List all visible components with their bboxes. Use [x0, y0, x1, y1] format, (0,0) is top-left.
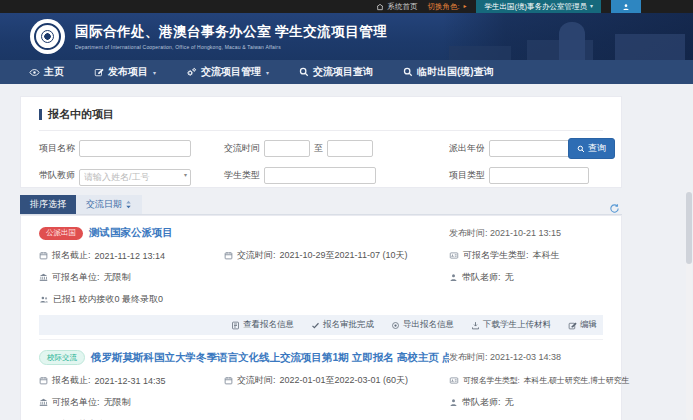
student-type-input[interactable] [264, 167, 376, 184]
project-type-label: 项目类型 [449, 169, 485, 182]
unit-field: 可报名单位:无限制 [39, 271, 224, 284]
search-icon [577, 145, 585, 153]
chevron-down-icon: ▾ [266, 69, 269, 76]
search-icon [403, 67, 413, 77]
section-title-row: 报名中的项目 [39, 97, 603, 131]
app-subtitle: Department of International Cooperation,… [75, 44, 387, 50]
lead-teacher-field: 带队老师:无 [449, 396, 603, 409]
project-item: 公派出国 测试国家公派项目 发布时间: 2021-10-21 13:15 报名截… [39, 216, 603, 335]
lead-teacher-label: 带队教师 [39, 169, 75, 182]
nav-item-home[interactable]: 主页 [14, 60, 79, 84]
edit-icon [94, 67, 104, 77]
screen: 系统首页 切换角色: 学生出国(境)事务办公室管理员 国际合作处、港澳台事务办公… [0, 0, 693, 420]
project-list: 公派出国 测试国家公派项目 发布时间: 2021-10-21 13:15 报名截… [20, 215, 622, 420]
user-icon [449, 273, 458, 282]
page-body: 报名中的项目 项目名称 交流时间 至 派出年份 [0, 84, 693, 420]
id-card-icon [449, 376, 459, 385]
project-item: 校际交流 俄罗斯莫斯科国立大学冬季语言文化线上交流项目第1期 立即报名 高校主页… [39, 339, 603, 420]
edit-icon [568, 321, 577, 330]
search-button-label: 查询 [588, 142, 606, 155]
project-title-link[interactable]: 测试国家公派项目 [89, 226, 173, 240]
enroll-counts: 已报1 校内接收0 最终录取0 [39, 293, 603, 306]
nav-item-publish-project[interactable]: 发布项目 ▾ [79, 60, 171, 84]
view-signup-info-link[interactable]: 查看报名信息 [231, 319, 294, 331]
search-icon [299, 67, 309, 77]
role-label: 学生出国(境)事务办公室管理员 [484, 0, 587, 13]
bank-icon [39, 398, 48, 407]
clipboard-icon [231, 321, 240, 330]
tab-label: 排序选择 [30, 198, 66, 211]
tab-sort-select[interactable]: 排序选择 [20, 195, 76, 214]
header-building-image [443, 13, 693, 60]
project-title-link[interactable]: 俄罗斯莫斯科国立大学冬季语言文化线上交流项目第1期 立即报名 高校主页 点击关注 [91, 351, 449, 365]
user-icon [622, 3, 630, 11]
publish-time: 发布时间: 2021-12-03 14:38 [449, 351, 603, 364]
depart-year-label: 派出年份 [449, 142, 485, 155]
deadline-field: 报名截止:2021-12-31 14:35 [39, 374, 224, 387]
user-menu-button[interactable] [611, 0, 641, 13]
edit-project-link[interactable]: 编辑 [568, 319, 597, 331]
system-home-link[interactable]: 系统首页 [376, 0, 417, 13]
section-accent-bar [39, 109, 42, 120]
eye-icon [29, 67, 40, 78]
approve-complete-link[interactable]: 报名审批完成 [311, 319, 374, 331]
system-home-label: 系统首页 [387, 0, 417, 13]
gears-icon [186, 67, 197, 78]
download-icon [471, 321, 480, 330]
nav-item-temp-abroad-search[interactable]: 临时出国(境)查询 [388, 60, 509, 84]
refresh-icon [609, 203, 620, 214]
chevron-down-icon: ▾ [153, 69, 156, 76]
users-icon [39, 295, 49, 304]
user-icon [449, 398, 458, 407]
scrollbar-thumb[interactable] [686, 192, 692, 264]
project-name-label: 项目名称 [39, 142, 75, 155]
refresh-button[interactable] [609, 203, 622, 214]
exchange-time-label: 交流时间 [224, 142, 260, 155]
calendar-icon [224, 251, 233, 260]
student-type-field: 可报名学生类型:本科生 [449, 249, 603, 262]
filter-panel: 报名中的项目 项目名称 交流时间 至 派出年份 [20, 96, 622, 188]
project-name-input[interactable] [79, 140, 191, 157]
bank-icon [39, 273, 48, 282]
unit-field: 可报名单位:无限制 [39, 396, 224, 409]
check-icon [311, 321, 320, 330]
download-materials-link[interactable]: 下载学生上传材料 [471, 319, 551, 331]
nav-item-exchange-project-search[interactable]: 交流项目查询 [284, 60, 388, 84]
exchange-period-field: 交流时间:2021-10-29至2021-11-07 (10天) [224, 249, 449, 262]
calendar-icon [39, 376, 48, 385]
nav-item-label: 临时出国(境)查询 [417, 65, 494, 79]
switch-role-label: 切换角色: [427, 0, 459, 13]
calendar-icon [224, 376, 233, 385]
date-range-to-label: 至 [314, 142, 323, 155]
nav-item-label: 交流项目管理 [201, 65, 261, 79]
sort-icon [125, 200, 132, 209]
project-type-input[interactable] [489, 167, 589, 184]
exchange-time-end-input[interactable] [327, 140, 373, 157]
search-button[interactable]: 查询 [568, 138, 615, 159]
id-card-icon [449, 251, 459, 260]
export-signup-info-link[interactable]: 导出报名信息 [391, 319, 454, 331]
switch-role-link[interactable]: 切换角色: [427, 0, 466, 13]
nav-item-label: 发布项目 [108, 65, 148, 79]
exchange-time-start-input[interactable] [264, 140, 310, 157]
nav-item-label: 主页 [44, 65, 64, 79]
deadline-field: 报名截止:2021-11-12 13:14 [39, 249, 224, 262]
lead-teacher-field: 带队老师:无 [449, 271, 603, 284]
tab-label: 交流日期 [86, 198, 122, 211]
list-tabbar: 排序选择 交流日期 [20, 196, 622, 215]
home-icon [376, 3, 384, 11]
university-seal-logo [30, 19, 65, 54]
student-type-field: 可报名学生类型:本科生,硕士研究生,博士研究生 [449, 374, 629, 387]
export-icon [391, 321, 400, 330]
calendar-icon [39, 251, 48, 260]
lead-teacher-select[interactable] [79, 169, 191, 186]
nav-item-exchange-project-manage[interactable]: 交流项目管理 ▾ [171, 60, 284, 84]
project-action-bar: 查看报名信息 报名审批完成 导出报名信息 下载学生上传材料 [39, 315, 603, 335]
tab-exchange-date[interactable]: 交流日期 [76, 195, 142, 214]
section-title: 报名中的项目 [48, 107, 114, 122]
main-nav: 主页 发布项目 ▾ 交流项目管理 ▾ 交流项目查询 临时出国(境)查询 [0, 60, 693, 84]
app-header: 国际合作处、港澳台事务办公室 学生交流项目管理 Department of In… [0, 13, 693, 60]
publish-time: 发布时间: 2021-10-21 13:15 [449, 227, 603, 240]
exchange-period-field: 交流时间:2022-01-01至2022-03-01 (60天) [224, 374, 449, 387]
role-selector-dropdown[interactable]: 学生出国(境)事务办公室管理员 [476, 0, 601, 13]
